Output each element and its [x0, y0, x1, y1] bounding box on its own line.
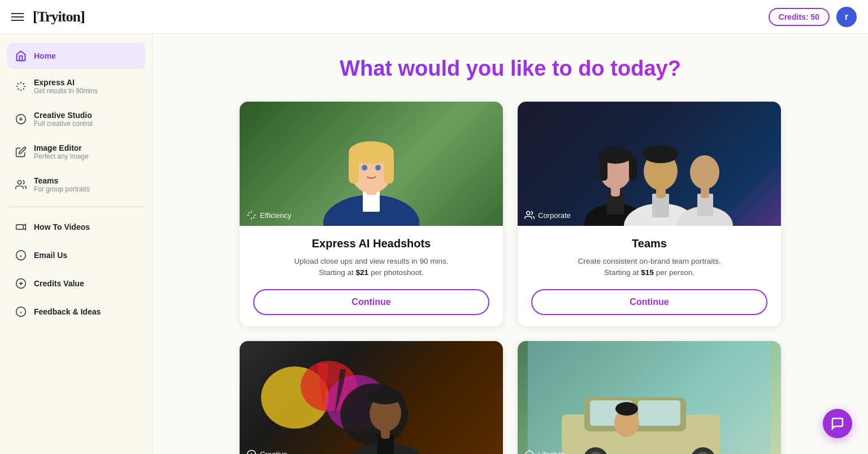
card-creative-studio-image: Creative [240, 341, 503, 455]
sidebar-teams-sublabel: For group portraits [34, 185, 90, 193]
express-ai-icon [15, 80, 27, 93]
image-editor-icon [15, 146, 27, 158]
card-express-ai-desc: Upload close ups and view results in 90 … [253, 256, 489, 279]
svg-rect-2 [16, 225, 24, 229]
feedback-icon [15, 305, 27, 318]
svg-rect-23 [629, 155, 637, 181]
card-outdoor-badge: Lifestyle [524, 449, 565, 455]
card-express-ai-continue-button[interactable]: Continue [253, 289, 489, 315]
svg-rect-48 [638, 400, 680, 426]
card-outdoor-image: Lifestyle [518, 341, 781, 455]
creative-studio-icon [15, 113, 27, 125]
card-outdoor: Lifestyle Outdoor & Lifestyle Natural, a… [517, 340, 782, 455]
page-title: What would you like to do today? [186, 56, 834, 81]
sidebar-divider [7, 207, 145, 207]
sidebar-creative-studio-label: Creative Studio [34, 111, 93, 120]
card-teams-desc: Create consistent on-brand team portrait… [531, 256, 767, 279]
sidebar-item-how-to-videos[interactable]: How To Videos [7, 214, 145, 240]
sidebar-email-label: Email Us [34, 251, 67, 260]
sidebar-image-editor-label: Image Editor [34, 143, 89, 152]
card-teams-image: Corporate [518, 102, 781, 226]
card-express-ai-image: Efficiency [240, 102, 503, 226]
logo: [Tryiton] [33, 8, 85, 25]
menu-button[interactable] [11, 13, 24, 21]
video-icon [15, 221, 27, 233]
card-creative-studio-badge: Creative [246, 449, 287, 455]
avatar[interactable]: r [836, 7, 857, 27]
svg-point-42 [368, 388, 402, 404]
sidebar-item-image-editor[interactable]: Image Editor Perfect any image [7, 137, 145, 167]
sidebar-express-ai-sublabel: Get results in 90mins [34, 87, 98, 95]
card-teams-badge: Corporate [524, 210, 571, 220]
sidebar: Home Express AI Get results in 90mins Cr… [0, 34, 153, 454]
card-express-ai-title: Express AI Headshots [253, 237, 489, 250]
main-content: What would you like to do today? [153, 34, 868, 454]
sidebar-teams-label: Teams [34, 176, 90, 185]
card-creative-studio: Creative Creative Studio Full creative c… [239, 340, 504, 455]
svg-rect-14 [384, 152, 394, 184]
card-express-ai: Efficiency Express AI Headshots Upload c… [239, 101, 504, 327]
svg-point-33 [527, 211, 530, 215]
sidebar-how-to-label: How To Videos [34, 222, 90, 232]
chat-fab-button[interactable] [823, 409, 852, 438]
sidebar-creative-studio-sublabel: Full creative control [34, 120, 93, 128]
app-layout: Home Express AI Get results in 90mins Cr… [0, 34, 868, 454]
svg-point-1 [18, 181, 21, 185]
sidebar-credits-value-label: Credits Value [34, 279, 84, 288]
sidebar-image-editor-sublabel: Perfect any image [34, 152, 89, 160]
card-express-ai-body: Express AI Headshots Upload close ups an… [240, 226, 503, 326]
home-icon [15, 50, 27, 62]
sidebar-item-feedback[interactable]: Feedback & Ideas [7, 299, 145, 325]
svg-point-32 [690, 155, 719, 189]
credits-button[interactable]: Credits: 50 [769, 8, 830, 26]
svg-rect-22 [600, 155, 607, 181]
sidebar-item-home[interactable]: Home [7, 43, 145, 69]
teams-icon [15, 178, 27, 191]
sidebar-item-credits-value[interactable]: Credits Value [7, 270, 145, 296]
sidebar-item-express-ai[interactable]: Express AI Get results in 90mins [7, 71, 145, 102]
cards-grid: Efficiency Express AI Headshots Upload c… [239, 101, 782, 454]
sidebar-item-email-us[interactable]: Email Us [7, 242, 145, 268]
sidebar-express-ai-label: Express AI [34, 78, 98, 87]
card-teams-body: Teams Create consistent on-brand team po… [518, 226, 781, 326]
svg-point-28 [643, 145, 679, 163]
credits-icon [15, 277, 27, 290]
sidebar-item-creative-studio[interactable]: Creative Studio Full creative control [7, 104, 145, 134]
card-teams-title: Teams [531, 237, 767, 250]
card-express-ai-badge: Efficiency [246, 210, 291, 220]
svg-rect-13 [349, 152, 359, 184]
sidebar-home-label: Home [34, 51, 56, 60]
email-icon [15, 249, 27, 261]
svg-point-54 [615, 402, 638, 416]
card-teams: Corporate Teams Create consistent on-bra… [517, 101, 782, 327]
svg-point-16 [375, 165, 381, 171]
sidebar-item-teams[interactable]: Teams For group portraits [7, 169, 145, 200]
svg-point-15 [362, 165, 367, 171]
sidebar-feedback-label: Feedback & Ideas [34, 307, 101, 316]
header: [Tryiton] Credits: 50 r [0, 0, 868, 34]
card-teams-continue-button[interactable]: Continue [531, 289, 767, 315]
